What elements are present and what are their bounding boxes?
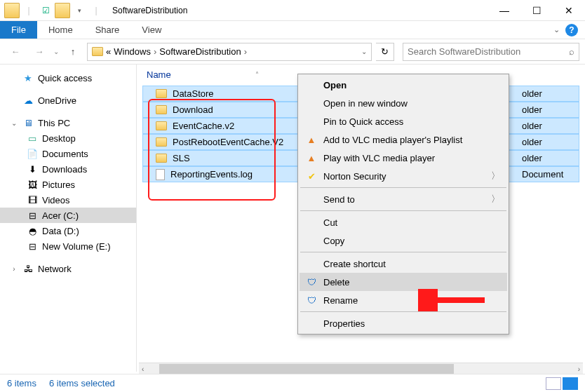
sidebar-item-label: Network <box>38 264 72 274</box>
menu-vlc-playlist[interactable]: ▲Add to VLC media player's Playlist <box>300 130 507 149</box>
chevron-right-icon[interactable]: › <box>154 46 156 57</box>
norton-icon: ✔ <box>305 171 318 182</box>
vlc-icon: ▲ <box>305 135 318 145</box>
sidebar-this-pc[interactable]: ⌄🖥This PC <box>0 115 136 130</box>
maximize-button[interactable]: ☐ <box>520 0 553 21</box>
sidebar-item-pictures[interactable]: 🖼Pictures <box>0 177 136 192</box>
breadcrumb-prefix: « <box>106 46 111 57</box>
documents-icon: 📄 <box>27 148 38 159</box>
column-header-name[interactable]: Name <box>147 69 171 80</box>
tab-share[interactable]: Share <box>84 21 131 39</box>
forward-button[interactable]: → <box>29 42 49 62</box>
refresh-button[interactable]: ↻ <box>376 43 394 61</box>
drive-icon: ⊟ <box>27 241 38 252</box>
ribbon-expand-icon[interactable]: ⌄ <box>553 25 560 34</box>
menu-open-new-window[interactable]: Open in new window <box>300 94 507 112</box>
folder-app-icon <box>4 3 20 18</box>
menu-cut[interactable]: Cut <box>300 213 507 231</box>
search-icon[interactable]: ⌕ <box>569 46 574 57</box>
minimize-button[interactable]: — <box>488 0 520 21</box>
quick-access-toolbar: | ☑ ▾ | <box>4 3 104 18</box>
file-type: Document <box>522 169 563 180</box>
drive-icon: ◓ <box>27 225 38 236</box>
properties-icon[interactable]: ☑ <box>38 3 53 18</box>
file-type: older <box>522 137 542 147</box>
back-button[interactable]: ← <box>6 42 25 62</box>
folder-icon <box>156 137 167 147</box>
sort-indicator-icon[interactable]: ˄ <box>255 71 259 79</box>
menu-label: Play with VLC media player <box>323 153 435 163</box>
desktop-icon: ▭ <box>27 133 38 144</box>
up-button[interactable]: ↑ <box>63 42 83 62</box>
menu-open[interactable]: Open <box>300 76 507 94</box>
sidebar: ★Quick access ☁OneDrive ⌄🖥This PC ▭Deskt… <box>0 65 137 372</box>
menu-copy[interactable]: Copy <box>300 231 507 250</box>
titlebar: | ☑ ▾ | SoftwareDistribution — ☐ ✕ <box>0 0 585 21</box>
videos-icon: 🎞 <box>27 194 38 205</box>
tab-home[interactable]: Home <box>37 21 84 39</box>
menu-label: Open in new window <box>323 98 408 109</box>
sidebar-item-label: Acer (C:) <box>42 210 79 221</box>
sidebar-item-label: Pictures <box>42 180 75 190</box>
sidebar-item-label: Data (D:) <box>42 226 79 236</box>
view-details-button[interactable] <box>546 377 561 390</box>
view-large-button[interactable] <box>563 377 578 390</box>
tab-view[interactable]: View <box>130 21 173 39</box>
help-icon[interactable]: ? <box>565 24 578 36</box>
menu-label: Cut <box>323 217 337 228</box>
qat-overflow-icon[interactable]: ▾ <box>72 3 87 18</box>
menu-rename[interactable]: 🛡Rename <box>300 291 507 309</box>
close-button[interactable]: ✕ <box>553 0 585 21</box>
qat-folder-icon[interactable] <box>55 3 70 18</box>
sidebar-quick-access[interactable]: ★Quick access <box>0 70 136 86</box>
menu-separator <box>300 311 506 312</box>
horizontal-scrollbar[interactable]: ‹ › <box>139 363 583 374</box>
pc-icon: 🖥 <box>22 117 34 128</box>
menu-send-to[interactable]: Send to〉 <box>300 190 507 208</box>
menu-separator <box>300 187 506 188</box>
file-type: older <box>522 88 542 99</box>
menu-vlc-play[interactable]: ▲Play with VLC media player <box>300 149 507 167</box>
sidebar-item-documents[interactable]: 📄Documents <box>0 146 136 161</box>
sidebar-item-downloads[interactable]: ⬇Downloads <box>0 161 136 177</box>
menu-label: Add to VLC media player's Playlist <box>323 135 462 145</box>
file-name: Download <box>173 104 213 115</box>
breadcrumb[interactable]: « Windows › SoftwareDistribution › ⌄ <box>87 43 372 61</box>
breadcrumb-part[interactable]: SoftwareDistribution <box>159 46 241 57</box>
scroll-left-icon[interactable]: ‹ <box>139 365 147 373</box>
scroll-right-icon[interactable]: › <box>575 365 583 373</box>
menu-pin-quick-access[interactable]: Pin to Quick access <box>300 112 507 130</box>
recent-dropdown-icon[interactable]: ⌄ <box>53 48 59 55</box>
menu-properties[interactable]: Properties <box>300 314 507 332</box>
folder-icon <box>92 47 103 56</box>
pictures-icon: 🖼 <box>27 179 38 190</box>
expand-icon[interactable]: ⌄ <box>10 119 18 127</box>
sidebar-onedrive[interactable]: ☁OneDrive <box>0 93 136 108</box>
menu-label: Send to <box>323 194 355 205</box>
sidebar-network[interactable]: ›🖧Network <box>0 261 136 276</box>
drive-icon: ⊟ <box>27 210 38 221</box>
sidebar-item-new-volume-e[interactable]: ⊟New Volume (E:) <box>0 238 136 254</box>
expand-icon[interactable]: › <box>10 265 18 273</box>
menu-delete[interactable]: 🛡Delete <box>300 273 507 291</box>
chevron-right-icon[interactable]: › <box>244 46 247 57</box>
address-dropdown-icon[interactable]: ⌄ <box>361 48 367 55</box>
sidebar-item-label: Desktop <box>42 133 76 144</box>
sidebar-item-acer-c[interactable]: ⊟Acer (C:) <box>0 208 136 223</box>
folder-icon <box>156 89 167 98</box>
search-box[interactable]: ⌕ <box>403 43 579 61</box>
menu-create-shortcut[interactable]: Create shortcut <box>300 255 507 273</box>
file-tab[interactable]: File <box>0 21 37 39</box>
window-title: SoftwareDistribution <box>112 6 187 15</box>
sidebar-item-desktop[interactable]: ▭Desktop <box>0 130 136 146</box>
search-input[interactable] <box>408 46 569 57</box>
breadcrumb-part[interactable]: Windows <box>114 46 151 57</box>
file-type: older <box>522 104 542 115</box>
context-menu: Open Open in new window Pin to Quick acc… <box>297 74 509 334</box>
sidebar-item-data-d[interactable]: ◓Data (D:) <box>0 223 136 238</box>
menu-norton[interactable]: ✔Norton Security〉 <box>300 167 507 185</box>
scrollbar-thumb[interactable] <box>159 364 454 374</box>
chevron-right-icon: 〉 <box>491 193 500 205</box>
shield-icon: 🛡 <box>305 295 318 306</box>
sidebar-item-videos[interactable]: 🎞Videos <box>0 192 136 208</box>
